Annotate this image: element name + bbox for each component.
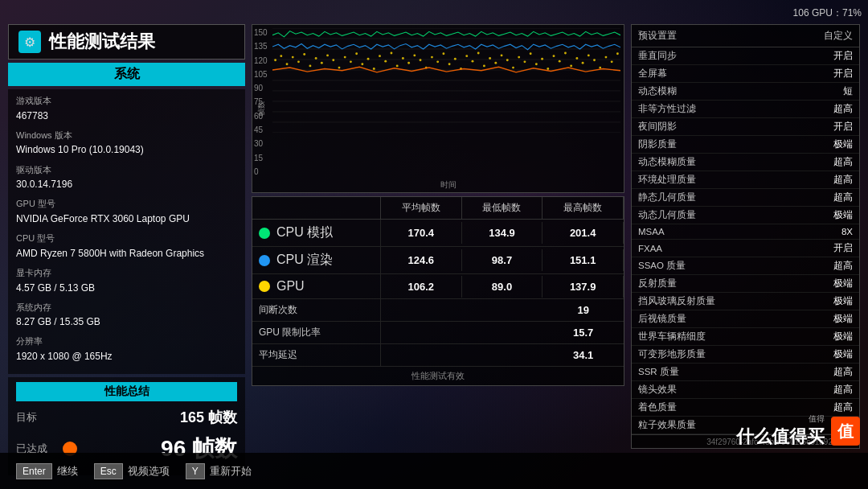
setting-name-12: SSAO 质量 [638,260,686,272]
svg-point-41 [448,63,451,65]
restart-item[interactable]: Y 重新开始 [186,463,252,479]
svg-point-55 [530,52,532,55]
page-title: 性能测试结果 [49,30,155,54]
video-options-item[interactable]: Esc 视频选项 [94,463,170,479]
ram-label: 系统内存 [16,301,237,315]
setting-row: 反射质量 极端 [632,275,859,293]
cpu-label: CPU 型号 [16,232,237,246]
setting-val-16: 极端 [833,331,853,343]
svg-point-29 [379,55,381,57]
system-info: 游戏版本 467783 Windows 版本 Windows 10 Pro (1… [8,89,245,374]
main-container: ⚙ 性能测试结果 系统 游戏版本 467783 Windows 版本 Windo… [8,24,860,449]
middle-panel: 150 135 120 105 90 75 60 45 30 15 0 帧数 [252,24,624,449]
enter-key: Enter [16,463,52,479]
cpu-simulate-high: 201.4 [542,222,624,244]
svg-point-48 [489,57,491,60]
y-label-45: 45 [254,125,268,134]
cpu-value: AMD Ryzen 7 5800H with Radeon Graphics [16,246,237,261]
right-panel: 预设置置 自定义 垂直同步 开启 全屏幕 开启 动态模糊 短 非等方性过滤 超高… [631,24,860,449]
svg-point-35 [413,54,416,56]
video-options-label: 视频选项 [128,464,170,479]
restart-label: 重新开始 [210,464,252,479]
setting-name-17: 可变形地形质量 [638,348,706,360]
cpu-block: CPU 型号 AMD Ryzen 7 5800H with Radeon Gra… [16,232,237,261]
svg-point-28 [373,68,375,70]
esc-key: Esc [94,463,123,479]
avg-latency-label: 平均延迟 [252,344,381,366]
driver-value: 30.0.14.7196 [16,177,237,192]
game-version-value: 467783 [16,109,237,124]
setting-val-10: 8X [841,227,853,236]
svg-point-50 [501,54,503,56]
svg-point-46 [477,52,480,55]
stats-table: 平均帧数 最低帧数 最高帧数 CPU 模拟 170.4 134.9 201.4 … [252,196,624,386]
setting-row: 静态几何质量 超高 [632,189,859,207]
setting-val-0: 开启 [833,50,853,62]
setting-val-1: 开启 [833,68,853,80]
ram-value: 8.27 GB / 15.35 GB [16,314,237,330]
cpu-render-row: CPU 渲染 124.6 98.7 151.1 [252,247,624,274]
setting-name-13: 反射质量 [638,277,677,290]
setting-row: 阴影质量 极端 [632,136,859,154]
watermark-text: 什么值得买 [736,425,825,449]
setting-name-20: 着色质量 [638,401,677,413]
y-label-90: 90 [254,84,268,92]
resolution-label: 分辨率 [16,335,237,349]
avg-latency-row: 平均延迟 34.1 [252,344,624,367]
vram-block: 显卡内存 4.57 GB / 5.13 GB [16,266,237,296]
watermark: 值得 什么值得买 值 [736,413,860,449]
svg-point-69 [611,60,613,63]
cpu-simulate-name: CPU 模拟 [252,220,381,246]
svg-point-47 [483,64,485,67]
svg-point-20 [326,54,329,56]
y-label-30: 30 [254,139,268,148]
svg-point-33 [402,57,404,60]
setting-row: 动态模糊 短 [632,83,859,101]
svg-point-63 [575,57,578,60]
cpu-render-low: 98.7 [462,249,543,271]
svg-point-40 [442,52,444,55]
svg-point-24 [350,60,352,63]
setting-row: 世界车辆精细度 极端 [632,328,859,346]
setting-row: 动态几何质量 极端 [632,207,859,224]
cpu-render-avg: 124.6 [381,249,462,271]
svg-point-51 [506,59,509,61]
svg-point-52 [512,67,514,69]
col-avg-header: 平均帧数 [381,197,462,219]
gpu-avg: 106.2 [381,276,462,298]
game-version-block: 游戏版本 467783 [16,94,237,124]
continue-item[interactable]: Enter 继续 [16,463,78,479]
svg-point-19 [321,62,323,64]
setting-name-15: 后视镜质量 [638,313,686,325]
title-bar: ⚙ 性能测试结果 [8,24,245,60]
cpu-render-color [259,255,270,266]
resolution-block: 分辨率 1920 x 1080 @ 165Hz [16,335,237,364]
settings-preset-value: 自定义 [824,29,853,43]
game-version-label: 游戏版本 [16,94,237,109]
gpu-row: GPU 106.2 89.0 137.9 [252,274,624,299]
setting-row: 挡风玻璃反射质量 极端 [632,293,859,310]
col-low-header: 最低帧数 [462,197,543,219]
setting-name-14: 挡风玻璃反射质量 [638,295,715,307]
setting-val-18: 超高 [833,366,853,378]
gpu-limit-value: 15.7 [542,323,624,343]
cpu-simulate-low: 134.9 [462,222,543,244]
cpu-simulate-label: CPU 模拟 [276,224,333,241]
resolution-value: 1920 x 1080 @ 165Hz [16,349,237,364]
setting-val-9: 极端 [833,209,853,221]
interrupts-value: 19 [542,300,624,320]
setting-row: 全屏幕 开启 [632,65,859,83]
svg-point-58 [547,68,549,70]
interrupts-label: 间断次数 [252,299,381,321]
svg-point-66 [593,59,596,61]
target-row: 目标 165 帧数 [16,408,237,427]
setting-row: 动态模糊质量 超高 [632,154,859,171]
setting-name-0: 垂直同步 [638,50,677,62]
setting-name-16: 世界车辆精细度 [638,331,706,343]
svg-point-21 [332,59,334,61]
gpu-limit-label: GPU 限制比率 [252,322,381,343]
cpu-simulate-row: CPU 模拟 170.4 134.9 201.4 [252,220,624,247]
stats-header-row: 平均帧数 最低帧数 最高帧数 [252,197,624,220]
svg-point-22 [338,67,341,69]
setting-row: 后视镜质量 极端 [632,310,859,328]
